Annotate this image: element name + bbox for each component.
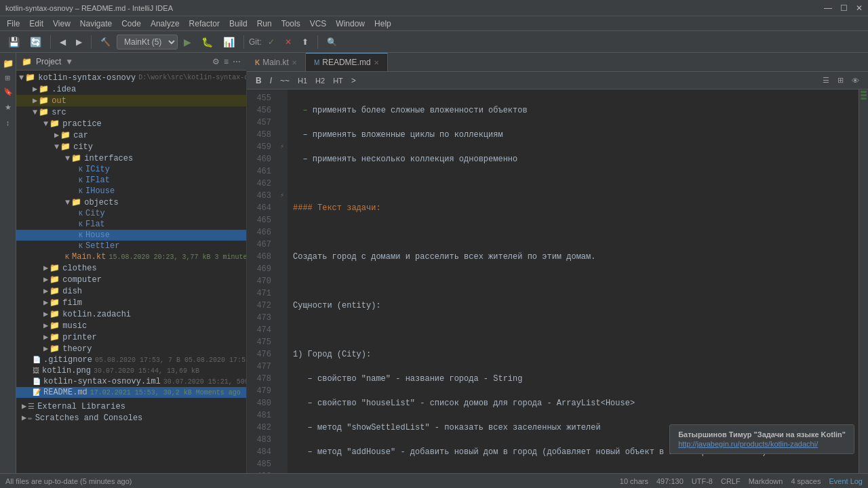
menu-vcs[interactable]: VCS <box>306 18 331 30</box>
md-ht[interactable]: HT <box>330 75 347 86</box>
maximize-btn[interactable]: ☐ <box>840 3 848 13</box>
tree-readme[interactable]: 📝 README.md 17.02.2021 15:53, 30,2 kB Mo… <box>16 387 246 398</box>
close-btn[interactable]: ✕ <box>856 3 863 13</box>
md-h1[interactable]: H1 <box>294 75 311 86</box>
tree-printer[interactable]: ▶ 📁 printer <box>16 331 246 343</box>
minimize-btn[interactable]: — <box>824 3 832 13</box>
toolbar-build[interactable]: 🔨 <box>96 35 115 49</box>
tree-objects[interactable]: ▼ 📁 objects <box>16 197 246 208</box>
tree-clothes[interactable]: ▶ 📁 clothes <box>16 262 246 274</box>
menu-file[interactable]: File <box>3 18 24 30</box>
menu-edit[interactable]: Edit <box>25 18 47 30</box>
md-italic[interactable]: I <box>267 75 275 87</box>
close-tab-readme[interactable]: ✕ <box>374 59 379 66</box>
folder-film-label: film <box>62 298 82 308</box>
bookmarks-icon[interactable]: 🔖 <box>3 87 13 96</box>
tree-idea[interactable]: ▶ 📁 .idea <box>16 83 246 95</box>
toolbar-git-check[interactable]: ✓ <box>264 35 279 49</box>
event-log-link[interactable]: Event Log <box>829 477 863 485</box>
close-tab-mainkt[interactable]: ✕ <box>292 59 297 66</box>
md-split[interactable]: ⊞ <box>834 75 847 86</box>
md-view-toggle[interactable]: ☰ <box>819 75 833 86</box>
code-text[interactable]: – применять более сложные вложенности об… <box>288 89 859 473</box>
tree-root[interactable]: ▼ 📁 kotlin-syntax-osnovy D:\work\src\kot… <box>16 72 246 83</box>
notification-popup: Батыршинов Тимур "Задачи на языке Kotlin… <box>669 424 854 454</box>
arrow-film: ▶ <box>43 298 48 308</box>
tree-mainkt[interactable]: K Main.kt 15.08.2020 20:23, 3,77 kB 3 mi… <box>16 251 246 262</box>
arrow-kz: ▶ <box>43 309 48 319</box>
collapse-icon[interactable]: ≡ <box>224 57 229 66</box>
tree-computer[interactable]: ▶ 📁 computer <box>16 274 246 285</box>
tree-settler[interactable]: K Settler <box>16 241 246 251</box>
folder-objects-icon: 📁 <box>71 197 81 207</box>
tab-mainkt[interactable]: K Main.kt ✕ <box>247 54 306 71</box>
tree-music[interactable]: ▶ 📁 music <box>16 320 246 331</box>
folder-clothes-label: clothes <box>62 264 96 273</box>
menu-tools[interactable]: Tools <box>277 18 304 30</box>
tree-iml[interactable]: 📄 kotlin-syntax-osnovy.iml 30.07.2020 15… <box>16 376 246 387</box>
tab-readme[interactable]: M README.md ✕ <box>306 53 388 71</box>
toolbar-git-arrow[interactable]: ⬆ <box>298 35 313 49</box>
project-dropdown-icon[interactable]: 📁 <box>22 57 32 66</box>
file-house-label: House <box>85 230 110 240</box>
md-preview[interactable]: 👁 <box>848 75 863 86</box>
md-strikethrough[interactable]: ~~ <box>277 75 293 87</box>
tree-theory[interactable]: ▶ 📁 theory <box>16 343 246 354</box>
toolbar-save[interactable]: 💾 <box>4 34 24 50</box>
project-label[interactable]: Project <box>36 57 61 66</box>
tree-ext-libs[interactable]: ▶ ☰ External Libraries <box>16 401 246 412</box>
toolbar-forward[interactable]: ▶ <box>72 35 86 49</box>
toolbar-coverage[interactable]: 📊 <box>219 34 239 50</box>
tree-ihouse[interactable]: K IHouse <box>16 186 246 197</box>
tree-car[interactable]: ▶ 📁 car <box>16 129 246 141</box>
md-h2[interactable]: H2 <box>312 75 328 86</box>
tree-gitignore[interactable]: 📄 .gitignore 05.08.2020 17:53, 7 B 05.08… <box>16 354 246 365</box>
tree-icity[interactable]: K ICity <box>16 164 246 175</box>
toolbar-debug[interactable]: 🐛 <box>197 34 217 50</box>
tree-flat[interactable]: K Flat <box>16 219 246 230</box>
menu-navigate[interactable]: Navigate <box>76 18 116 30</box>
tree-out[interactable]: ▶ 📁 out <box>16 95 246 106</box>
tree-iflat[interactable]: K IFlat <box>16 175 246 186</box>
tree-house[interactable]: K House <box>16 230 246 241</box>
notification-link[interactable]: http://javabegin.ru/products/kotlin-zada… <box>678 440 818 448</box>
tree-film[interactable]: ▶ 📁 film <box>16 297 246 308</box>
dropdown-arrow[interactable]: ▼ <box>65 57 73 66</box>
tree-dish[interactable]: ▶ 📁 dish <box>16 285 246 297</box>
menu-refactor[interactable]: Refactor <box>185 18 224 30</box>
folder-interfaces-label: interfaces <box>84 154 133 163</box>
root-folder-icon: 📁 <box>25 73 35 83</box>
tree-kotlin-png[interactable]: 🖼 kotlin.png 30.07.2020 15:44, 13,69 kB <box>16 365 246 376</box>
md-blockquote[interactable]: > <box>348 75 359 87</box>
menu-help[interactable]: Help <box>370 18 395 30</box>
menu-code[interactable]: Code <box>117 18 145 30</box>
structure-icon[interactable]: ⊞ <box>4 75 12 81</box>
toolbar-search[interactable]: 🔍 <box>323 35 341 49</box>
file-gitignore-label: .gitignore <box>43 355 92 365</box>
toolbar-sync[interactable]: 🔄 <box>26 34 45 50</box>
git-icon[interactable]: ↕ <box>6 119 10 127</box>
favorites-icon[interactable]: ★ <box>5 103 12 112</box>
toolbar-git-x[interactable]: ✕ <box>281 35 296 49</box>
menu-view[interactable]: View <box>49 18 75 30</box>
toolbar-run[interactable]: ▶ <box>180 34 195 50</box>
menu-run[interactable]: Run <box>253 18 276 30</box>
tree-scratches[interactable]: ▶ ✏ Scratches and Consoles <box>16 412 246 424</box>
arrow-interfaces: ▼ <box>65 154 70 163</box>
tree-interfaces[interactable]: ▼ 📁 interfaces <box>16 152 246 164</box>
md-bold[interactable]: B <box>252 75 265 87</box>
settings-icon[interactable]: ⚙ <box>212 57 220 66</box>
code-editor[interactable]: 455456457458459 460461462463464 46546646… <box>247 89 868 473</box>
tree-city[interactable]: ▼ 📁 city <box>16 141 246 152</box>
tree-practice[interactable]: ▼ 📁 practice <box>16 118 246 129</box>
menu-build[interactable]: Build <box>225 18 252 30</box>
run-config-combo[interactable]: MainKt (5) <box>117 35 178 49</box>
project-icon[interactable]: 📁 <box>3 58 14 68</box>
options-icon[interactable]: ⋯ <box>233 57 241 66</box>
menu-window[interactable]: Window <box>332 18 369 30</box>
menu-analyze[interactable]: Analyze <box>146 18 184 30</box>
tree-src[interactable]: ▼ 📁 src <box>16 106 246 118</box>
tree-kotlin-zadachi[interactable]: ▶ 📁 kotlin.zadachi <box>16 308 246 320</box>
toolbar-back[interactable]: ◀ <box>56 35 70 49</box>
tree-city-class[interactable]: K City <box>16 208 246 219</box>
